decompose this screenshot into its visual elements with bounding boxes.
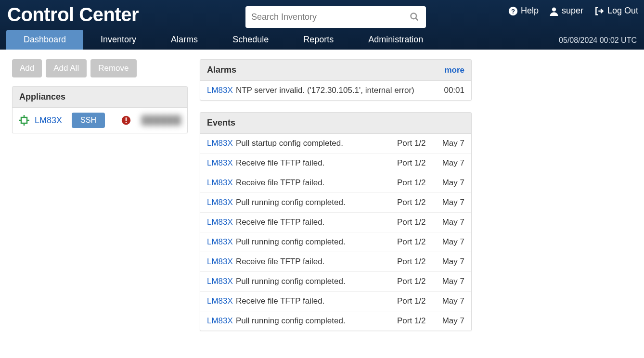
search-input[interactable] [245, 6, 426, 28]
event-row: LM83XReceive file TFTP failed.Port 1/2Ma… [200, 252, 471, 272]
event-device-link[interactable]: LM83X [207, 316, 233, 326]
event-message: Receive file TFTP failed. [236, 158, 397, 168]
main-nav: DashboardInventoryAlarmsScheduleReportsA… [6, 30, 440, 50]
event-device-link[interactable]: LM83X [207, 277, 233, 286]
alarm-device-link[interactable]: LM83X [207, 86, 233, 95]
help-icon: ? [508, 6, 518, 16]
appliances-body: LM83XSSH [13, 108, 187, 133]
event-row: LM83XPull running config completed.Port … [200, 232, 471, 252]
event-row: LM83XReceive file TFTP failed.Port 1/2Ma… [200, 213, 471, 232]
event-message: Receive file TFTP failed. [236, 178, 397, 188]
event-row: LM83XPull running config completed.Port … [200, 311, 471, 331]
event-port: Port 1/2 [397, 296, 436, 306]
appliance-icon [18, 115, 30, 126]
alarms-header: Alarms more [200, 60, 471, 81]
event-device-link[interactable]: LM83X [207, 139, 233, 148]
left-column: Add Add All Remove Appliances LM83XSSH [12, 59, 188, 133]
events-panel: Events LM83XPull startup config complete… [200, 112, 472, 331]
appliance-row: LM83XSSH [13, 108, 187, 133]
help-link[interactable]: ? Help [508, 6, 539, 16]
event-date: May 7 [436, 237, 464, 247]
user-link[interactable]: super [549, 6, 583, 16]
event-date: May 7 [436, 198, 464, 207]
event-date: May 7 [436, 178, 464, 188]
events-header: Events [200, 113, 471, 134]
event-message: Pull running config completed. [236, 198, 397, 207]
events-title: Events [207, 118, 235, 128]
nav-alarms[interactable]: Alarms [154, 30, 215, 50]
alarms-body: LM83XNTP server invalid. ('172.30.105.1'… [200, 81, 471, 100]
event-message: Pull running config completed. [236, 237, 397, 247]
add-button[interactable]: Add [12, 59, 42, 77]
user-icon [549, 6, 559, 16]
event-message: Receive file TFTP failed. [236, 257, 397, 267]
appliance-name[interactable]: LM83X [35, 115, 62, 126]
nav-inventory[interactable]: Inventory [83, 30, 154, 50]
event-device-link[interactable]: LM83X [207, 217, 233, 227]
right-column: Alarms more LM83XNTP server invalid. ('1… [200, 59, 472, 343]
event-date: May 7 [436, 139, 464, 148]
event-device-link[interactable]: LM83X [207, 178, 233, 188]
toolbar: Add Add All Remove [12, 59, 188, 77]
alarms-more-link[interactable]: more [444, 65, 464, 75]
top-links: ? Help super Log Out [508, 6, 638, 16]
event-date: May 7 [436, 277, 464, 286]
alarms-title: Alarms [207, 65, 236, 75]
topbar: Control Center ? Help super Log [0, 0, 644, 50]
event-port: Port 1/2 [397, 277, 436, 286]
svg-line-1 [416, 18, 418, 21]
event-port: Port 1/2 [397, 237, 436, 247]
logout-label: Log Out [607, 6, 638, 16]
svg-text:?: ? [511, 8, 515, 15]
alarm-message: NTP server invalid. ('172.30.105.1', int… [236, 86, 440, 95]
event-message: Receive file TFTP failed. [236, 296, 397, 306]
event-row: LM83XReceive file TFTP failed.Port 1/2Ma… [200, 173, 471, 193]
event-date: May 7 [436, 316, 464, 326]
logout-link[interactable]: Log Out [594, 6, 638, 16]
event-row: LM83XPull running config completed.Port … [200, 272, 471, 292]
event-date: May 7 [436, 296, 464, 306]
event-device-link[interactable]: LM83X [207, 198, 233, 207]
event-message: Pull startup config completed. [236, 139, 397, 148]
nav-administration[interactable]: Administration [351, 30, 440, 50]
help-label: Help [521, 6, 539, 16]
event-port: Port 1/2 [397, 198, 436, 207]
content: Add Add All Remove Appliances LM83XSSH A… [0, 50, 644, 352]
nav-reports[interactable]: Reports [286, 30, 351, 50]
appliance-address-obscured [142, 115, 181, 126]
svg-rect-12 [126, 122, 127, 123]
event-device-link[interactable]: LM83X [207, 296, 233, 306]
event-row: LM83XPull startup config completed.Port … [200, 134, 471, 153]
alarms-panel: Alarms more LM83XNTP server invalid. ('1… [200, 59, 472, 101]
event-port: Port 1/2 [397, 316, 436, 326]
event-message: Pull running config completed. [236, 277, 397, 286]
appliances-header: Appliances [13, 87, 187, 108]
nav-dashboard[interactable]: Dashboard [6, 30, 83, 50]
add-all-button[interactable]: Add All [46, 59, 87, 77]
logout-icon [594, 6, 605, 16]
alert-icon[interactable] [121, 115, 131, 125]
event-date: May 7 [436, 158, 464, 168]
event-row: LM83XReceive file TFTP failed.Port 1/2Ma… [200, 292, 471, 311]
brand-title: Control Center [7, 4, 139, 26]
datetime: 05/08/2024 00:02 UTC [559, 36, 637, 45]
event-device-link[interactable]: LM83X [207, 158, 233, 168]
svg-rect-11 [126, 117, 127, 121]
search-icon[interactable] [410, 12, 419, 22]
event-row: LM83XReceive file TFTP failed.Port 1/2Ma… [200, 153, 471, 173]
nav-schedule[interactable]: Schedule [215, 30, 286, 50]
event-device-link[interactable]: LM83X [207, 237, 233, 247]
alarm-row: LM83XNTP server invalid. ('172.30.105.1'… [200, 81, 471, 100]
event-port: Port 1/2 [397, 158, 436, 168]
events-body: LM83XPull startup config completed.Port … [200, 134, 471, 331]
remove-button[interactable]: Remove [90, 59, 136, 77]
event-port: Port 1/2 [397, 139, 436, 148]
event-port: Port 1/2 [397, 178, 436, 188]
alarm-time: 00:01 [440, 86, 464, 95]
event-port: Port 1/2 [397, 217, 436, 227]
user-label: super [562, 6, 583, 16]
ssh-button[interactable]: SSH [72, 113, 105, 128]
svg-point-4 [552, 7, 556, 11]
event-device-link[interactable]: LM83X [207, 257, 233, 267]
event-date: May 7 [436, 217, 464, 227]
